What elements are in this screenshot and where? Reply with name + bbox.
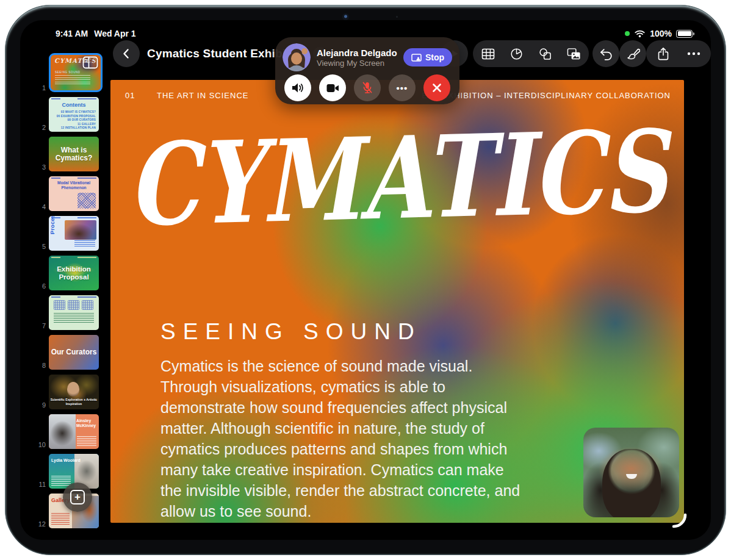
thumb-caption-lines (77, 436, 96, 446)
thumb-header-line (51, 178, 96, 179)
thumb-title: Modal Vibrational Phenomenon (49, 181, 99, 190)
undo-button[interactable] (592, 40, 619, 67)
thumb-header-line (51, 257, 96, 258)
slide-number: 3 (37, 163, 46, 171)
share-icon (657, 47, 669, 61)
slide-thumbnail-2[interactable]: Contents 03 WHAT IS CYMATICS? 06 EXHIBIT… (49, 97, 99, 132)
slide-thumbnail-1[interactable]: CYMATICS SEEING SOUND (49, 53, 103, 92)
slide-thumbnail-10[interactable]: Ainsley McKinney (49, 414, 99, 449)
draw-button[interactable] (619, 40, 646, 67)
ellipsis-icon (687, 52, 700, 56)
sidebar-toggle-button[interactable] (82, 56, 98, 71)
slide-thumbnail-9[interactable]: Scientific Exploration x Artistic Inspir… (49, 375, 99, 409)
slide-thumbnail-8[interactable]: Our Curators (49, 335, 99, 370)
thumb-patterns (54, 300, 94, 310)
battery-icon (676, 30, 693, 38)
video-button[interactable] (319, 74, 346, 101)
slide-number: 12 (37, 520, 46, 528)
plus-icon: + (70, 490, 85, 504)
shapes-icon (539, 48, 552, 60)
thumb-photo (49, 414, 76, 449)
insert-chart-button[interactable] (503, 40, 530, 67)
insert-table-button[interactable] (475, 40, 502, 67)
slide-number: 2 (37, 123, 46, 132)
thumb-title: Contents (49, 102, 99, 108)
speaker-button[interactable] (284, 74, 311, 101)
slide-thumbnail-3[interactable]: What is Cymatics? (49, 137, 99, 171)
insert-shape-button[interactable] (531, 40, 558, 67)
slide-number: 6 (37, 282, 46, 290)
insert-tools-group (473, 40, 589, 67)
thumb-title: What is Cymatics? (49, 146, 99, 162)
slide-number: 1 (37, 84, 46, 92)
share-button[interactable] (650, 40, 677, 67)
slide-navigator: 1 CYMATICS SEEING SOUND 2 (37, 53, 112, 529)
ipad-screen: 9:41 AM Wed Apr 1 100% (20, 20, 711, 540)
thumb-header-line (51, 296, 96, 298)
chevron-left-icon (120, 48, 132, 60)
thumb-photo (67, 382, 79, 397)
thumb-header-line (51, 217, 96, 218)
call-more-button[interactable]: ••• (389, 74, 416, 101)
mic-muted-icon (361, 81, 373, 95)
speaker-icon (291, 82, 304, 94)
sidebar-toggle-icon (82, 56, 98, 69)
thumb-caption-lines (54, 313, 94, 324)
big-title-art: CYMATICS (110, 103, 684, 262)
memoji-avatar-icon (283, 43, 311, 71)
caller-name: Alejandra Delgado (317, 48, 397, 58)
share-status: Viewing My Screen (317, 59, 397, 68)
thumb-title: Exhibition Proposal (49, 265, 99, 281)
thumb-caption-lines (74, 240, 95, 248)
slide-number: 11 (37, 480, 46, 489)
front-camera (342, 13, 349, 20)
page-background: 9:41 AM Wed Apr 1 100% (0, 0, 731, 560)
undo-icon (599, 47, 613, 60)
slide-thumbnail-6[interactable]: Exhibition Proposal (49, 256, 99, 290)
thumb-caption-lines (51, 476, 71, 486)
thumb-title: Process (49, 216, 56, 234)
sensor-dot (396, 16, 398, 18)
slide-thumbnail-5[interactable]: Process (49, 216, 99, 251)
mic-muted-button[interactable] (354, 74, 381, 101)
thumb-pattern (77, 193, 96, 209)
caller-avatar (283, 43, 311, 71)
pie-chart-icon (510, 48, 523, 60)
stop-label: Stop (425, 52, 444, 62)
status-time: 9:41 AM (56, 29, 88, 38)
slide-number: 4 (37, 203, 46, 211)
slide-number: 7 (37, 321, 46, 330)
slide-number: 10 (37, 440, 46, 449)
stop-sharing-button[interactable]: Stop (403, 48, 452, 66)
slide-thumbnail-4[interactable]: Modal Vibrational Phenomenon (49, 176, 99, 211)
insert-media-button[interactable] (560, 40, 587, 67)
table-icon (481, 48, 495, 60)
thumb-title: Our Curators (51, 348, 97, 356)
video-camera-icon (326, 84, 339, 93)
slide-thumbnail-7[interactable] (49, 295, 99, 330)
slide-number: 9 (37, 401, 46, 409)
status-date: Wed Apr 1 (94, 29, 135, 38)
end-call-x-icon (432, 83, 442, 93)
share-more-group (646, 40, 711, 67)
thumb-toc: 03 WHAT IS CYMATICS? 06 EXHIBITION PROPO… (49, 110, 96, 131)
thumb-body-lines (55, 75, 90, 86)
ipad-device: 9:41 AM Wed Apr 1 100% (5, 5, 726, 555)
thumb-header-line (51, 98, 96, 99)
slide-header-right: ENT EXHIBITION – INTERDISCIPLINARY COLLA… (422, 91, 671, 100)
self-video-pip[interactable] (583, 428, 679, 517)
screen-share-icon (411, 54, 422, 62)
add-slide-button[interactable]: + (63, 483, 92, 512)
ellipsis-icon: ••• (397, 83, 408, 93)
thumb-title: Lydia Woolard (51, 458, 81, 463)
brush-icon (626, 47, 640, 61)
back-button[interactable] (113, 40, 140, 67)
thumb-photo (65, 220, 96, 240)
corner-swipe-indicator (669, 511, 688, 529)
slide-number: 8 (37, 361, 46, 370)
slide-index-label: 01 (125, 91, 157, 100)
slide-heading: SEEING SOUND (160, 319, 422, 345)
more-button[interactable] (680, 40, 707, 67)
thumb-title: Scientific Exploration x Artistic Inspir… (49, 398, 99, 406)
end-call-button[interactable] (423, 74, 450, 101)
